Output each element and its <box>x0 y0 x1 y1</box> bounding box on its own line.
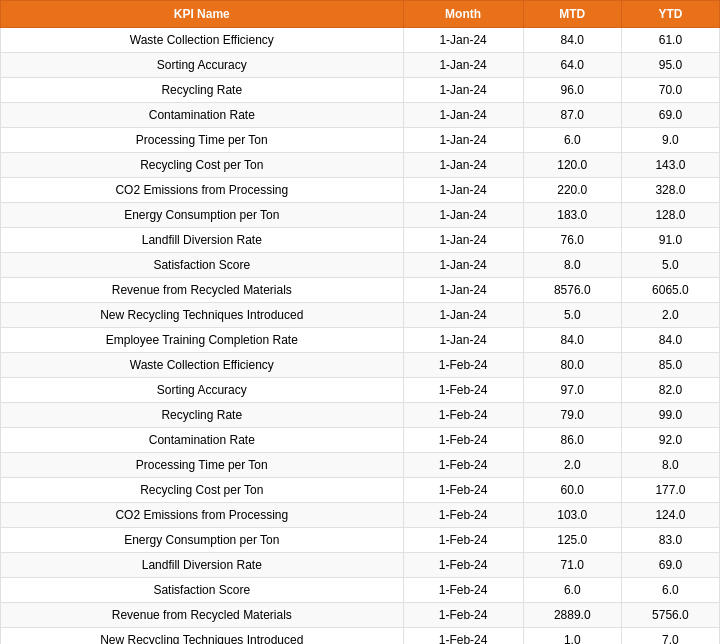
table-row: Energy Consumption per Ton1-Jan-24183.01… <box>1 203 720 228</box>
table-row: Waste Collection Efficiency1-Feb-2480.08… <box>1 353 720 378</box>
ytd-cell: 143.0 <box>621 153 719 178</box>
month-cell: 1-Feb-24 <box>403 428 523 453</box>
mtd-cell: 125.0 <box>523 528 621 553</box>
table-row: Satisfaction Score1-Feb-246.06.0 <box>1 578 720 603</box>
kpi-name-cell: Satisfaction Score <box>1 578 404 603</box>
table-row: Revenue from Recycled Materials1-Jan-248… <box>1 278 720 303</box>
month-cell: 1-Jan-24 <box>403 53 523 78</box>
mtd-cell: 220.0 <box>523 178 621 203</box>
table-row: Recycling Cost per Ton1-Feb-2460.0177.0 <box>1 478 720 503</box>
ytd-cell: 85.0 <box>621 353 719 378</box>
ytd-cell: 69.0 <box>621 553 719 578</box>
kpi-name-cell: New Recycling Techniques Introduced <box>1 303 404 328</box>
kpi-name-cell: Waste Collection Efficiency <box>1 28 404 53</box>
kpi-name-cell: Landfill Diversion Rate <box>1 553 404 578</box>
ytd-cell: 61.0 <box>621 28 719 53</box>
kpi-table: KPI Name Month MTD YTD Waste Collection … <box>0 0 720 644</box>
mtd-cell: 2.0 <box>523 453 621 478</box>
col-header-mtd: MTD <box>523 1 621 28</box>
month-cell: 1-Jan-24 <box>403 178 523 203</box>
table-row: New Recycling Techniques Introduced1-Jan… <box>1 303 720 328</box>
mtd-cell: 84.0 <box>523 28 621 53</box>
table-row: CO2 Emissions from Processing1-Jan-24220… <box>1 178 720 203</box>
col-header-month: Month <box>403 1 523 28</box>
month-cell: 1-Jan-24 <box>403 103 523 128</box>
kpi-name-cell: Contamination Rate <box>1 428 404 453</box>
ytd-cell: 5756.0 <box>621 603 719 628</box>
mtd-cell: 6.0 <box>523 578 621 603</box>
month-cell: 1-Feb-24 <box>403 378 523 403</box>
col-header-ytd: YTD <box>621 1 719 28</box>
mtd-cell: 80.0 <box>523 353 621 378</box>
kpi-name-cell: Processing Time per Ton <box>1 128 404 153</box>
ytd-cell: 6.0 <box>621 578 719 603</box>
mtd-cell: 79.0 <box>523 403 621 428</box>
kpi-name-cell: Sorting Accuracy <box>1 53 404 78</box>
month-cell: 1-Feb-24 <box>403 403 523 428</box>
kpi-name-cell: CO2 Emissions from Processing <box>1 178 404 203</box>
kpi-name-cell: Revenue from Recycled Materials <box>1 278 404 303</box>
mtd-cell: 60.0 <box>523 478 621 503</box>
mtd-cell: 8576.0 <box>523 278 621 303</box>
table-row: Revenue from Recycled Materials1-Feb-242… <box>1 603 720 628</box>
ytd-cell: 84.0 <box>621 328 719 353</box>
month-cell: 1-Feb-24 <box>403 478 523 503</box>
month-cell: 1-Feb-24 <box>403 553 523 578</box>
kpi-name-cell: Recycling Cost per Ton <box>1 153 404 178</box>
ytd-cell: 2.0 <box>621 303 719 328</box>
mtd-cell: 120.0 <box>523 153 621 178</box>
kpi-name-cell: Sorting Accuracy <box>1 378 404 403</box>
mtd-cell: 71.0 <box>523 553 621 578</box>
table-row: Landfill Diversion Rate1-Feb-2471.069.0 <box>1 553 720 578</box>
month-cell: 1-Jan-24 <box>403 203 523 228</box>
mtd-cell: 183.0 <box>523 203 621 228</box>
table-row: Landfill Diversion Rate1-Jan-2476.091.0 <box>1 228 720 253</box>
month-cell: 1-Feb-24 <box>403 603 523 628</box>
kpi-name-cell: Recycling Rate <box>1 78 404 103</box>
mtd-cell: 76.0 <box>523 228 621 253</box>
month-cell: 1-Jan-24 <box>403 278 523 303</box>
ytd-cell: 92.0 <box>621 428 719 453</box>
table-header-row: KPI Name Month MTD YTD <box>1 1 720 28</box>
kpi-name-cell: Revenue from Recycled Materials <box>1 603 404 628</box>
month-cell: 1-Feb-24 <box>403 503 523 528</box>
mtd-cell: 6.0 <box>523 128 621 153</box>
mtd-cell: 96.0 <box>523 78 621 103</box>
mtd-cell: 87.0 <box>523 103 621 128</box>
mtd-cell: 5.0 <box>523 303 621 328</box>
table-row: Contamination Rate1-Jan-2487.069.0 <box>1 103 720 128</box>
ytd-cell: 5.0 <box>621 253 719 278</box>
mtd-cell: 86.0 <box>523 428 621 453</box>
table-row: Recycling Cost per Ton1-Jan-24120.0143.0 <box>1 153 720 178</box>
kpi-name-cell: Waste Collection Efficiency <box>1 353 404 378</box>
mtd-cell: 1.0 <box>523 628 621 645</box>
table-row: Energy Consumption per Ton1-Feb-24125.08… <box>1 528 720 553</box>
month-cell: 1-Jan-24 <box>403 228 523 253</box>
table-row: Employee Training Completion Rate1-Jan-2… <box>1 328 720 353</box>
mtd-cell: 103.0 <box>523 503 621 528</box>
month-cell: 1-Jan-24 <box>403 153 523 178</box>
mtd-cell: 97.0 <box>523 378 621 403</box>
ytd-cell: 91.0 <box>621 228 719 253</box>
ytd-cell: 95.0 <box>621 53 719 78</box>
kpi-name-cell: Recycling Rate <box>1 403 404 428</box>
col-header-kpi-name: KPI Name <box>1 1 404 28</box>
month-cell: 1-Jan-24 <box>403 78 523 103</box>
month-cell: 1-Jan-24 <box>403 28 523 53</box>
kpi-name-cell: Contamination Rate <box>1 103 404 128</box>
table-row: Sorting Accuracy1-Feb-2497.082.0 <box>1 378 720 403</box>
kpi-name-cell: Energy Consumption per Ton <box>1 203 404 228</box>
table-row: Contamination Rate1-Feb-2486.092.0 <box>1 428 720 453</box>
table-row: Sorting Accuracy1-Jan-2464.095.0 <box>1 53 720 78</box>
table-row: Satisfaction Score1-Jan-248.05.0 <box>1 253 720 278</box>
ytd-cell: 69.0 <box>621 103 719 128</box>
ytd-cell: 328.0 <box>621 178 719 203</box>
table-row: Waste Collection Efficiency1-Jan-2484.06… <box>1 28 720 53</box>
month-cell: 1-Jan-24 <box>403 328 523 353</box>
ytd-cell: 8.0 <box>621 453 719 478</box>
table-row: Processing Time per Ton1-Jan-246.09.0 <box>1 128 720 153</box>
kpi-name-cell: Processing Time per Ton <box>1 453 404 478</box>
ytd-cell: 7.0 <box>621 628 719 645</box>
kpi-name-cell: CO2 Emissions from Processing <box>1 503 404 528</box>
ytd-cell: 128.0 <box>621 203 719 228</box>
